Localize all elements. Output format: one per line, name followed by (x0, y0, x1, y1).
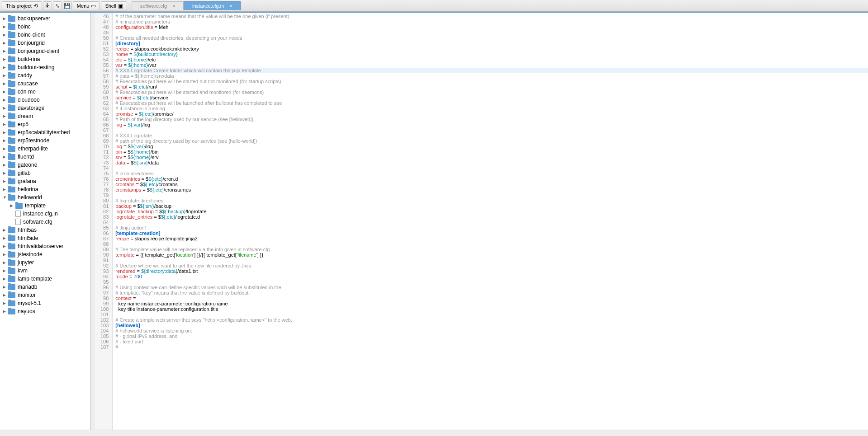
code-line[interactable]: etc = ${:home}/etc (115, 57, 868, 62)
folder-boinc[interactable]: ▶boinc (0, 23, 90, 31)
code-line[interactable]: var = ${:home}/var (115, 62, 868, 68)
code-line[interactable]: key title instance-parameter:configurati… (115, 306, 868, 312)
code-line[interactable]: # (115, 344, 868, 350)
code-line[interactable]: logrotate_backup = $${:backup}/logrotate (115, 209, 868, 214)
code-line[interactable]: template = {{ template_get['location'] }… (115, 252, 868, 258)
menu-button[interactable]: Menu ▭ (73, 1, 100, 10)
folder-etherpad-lite[interactable]: ▶etherpad-lite (0, 145, 90, 153)
folder-backupserver[interactable]: ▶backupserver (0, 14, 90, 23)
folder-htmlvalidatorserver[interactable]: ▶htmlvalidatorserver (0, 242, 90, 250)
code-line[interactable]: rendered = ${directory:data}/data1.txt (115, 268, 868, 274)
code-line[interactable]: service = ${:etc}/service (115, 95, 868, 100)
code-line[interactable]: # in instance parameters (115, 19, 868, 24)
code-line[interactable]: [helloweb] (115, 323, 868, 328)
code-line[interactable]: # - global IPv6 address, and (115, 333, 868, 339)
close-icon[interactable]: × (229, 4, 232, 9)
code-line[interactable]: bin = $${:home}/bin (115, 149, 868, 155)
folder-grafana[interactable]: ▶grafana (0, 177, 90, 185)
code-line[interactable]: # Create a simple web server that says "… (115, 317, 868, 323)
folder-caucase[interactable]: ▶caucase (0, 80, 90, 88)
shell-button[interactable]: Shell ▣ (101, 1, 127, 10)
code-line[interactable]: crontabs = $${:etc}/crontabs (115, 182, 868, 187)
code-line[interactable]: # XXX Logrotate (115, 133, 868, 138)
collapse-icon-button[interactable]: ⤡ (53, 1, 62, 10)
code-line[interactable]: # Executables put here will be started b… (115, 79, 868, 84)
tree-icon-button[interactable]: 🗄 (43, 1, 52, 10)
folder-hellorina[interactable]: ▶hellorina (0, 185, 90, 193)
folder-template[interactable]: ▶template (0, 202, 90, 210)
folder-boinc-client[interactable]: ▶boinc-client (0, 31, 90, 39)
code-line[interactable]: # logrotate directories (115, 198, 868, 203)
code-line[interactable]: # - fixed port (115, 339, 868, 344)
code-line[interactable]: key name instance-parameter:configuratio… (115, 301, 868, 306)
folder-davstorage[interactable]: ▶davstorage (0, 104, 90, 112)
folder-monitor[interactable]: ▶monitor (0, 291, 90, 299)
code-line[interactable]: data = $${:srv}/data (115, 160, 868, 165)
file-instance.cfg.in[interactable]: instance.cfg.in (0, 210, 90, 218)
code-line[interactable]: # of the parameter name means that the v… (115, 14, 868, 19)
folder-kvm[interactable]: ▶kvm (0, 267, 90, 275)
code-line[interactable]: # if instance is running (115, 106, 868, 111)
code-line[interactable]: promise = ${:etc}/promise/ (115, 111, 868, 117)
folder-html5as[interactable]: ▶html5as (0, 226, 90, 234)
folder-build-rina[interactable]: ▶build-rina (0, 55, 90, 63)
code-line[interactable]: recipe = slapos.recipe.template:jinja2 (115, 236, 868, 241)
code-line[interactable]: logrotate_entries = $${:etc}/logrotate.d (115, 214, 868, 220)
code-line[interactable] (115, 241, 868, 247)
close-icon[interactable]: × (172, 4, 175, 9)
code-line[interactable]: log = ${:var}/log (115, 122, 868, 127)
code-line[interactable]: backup = $${:srv}/backup (115, 203, 868, 209)
code-line[interactable]: # data = ${:home}/srv/data (115, 73, 868, 79)
save-icon-button[interactable]: 💾 (63, 1, 72, 10)
code-line[interactable]: cronstamps = $${:etc}/cronstamps (115, 187, 868, 192)
code-line[interactable]: [directory] (115, 41, 868, 46)
code-line[interactable]: srv = $${:home}/srv (115, 155, 868, 160)
code-line[interactable] (115, 258, 868, 263)
code-line[interactable]: # XXX Logrotate Create folder which will… (115, 68, 868, 73)
tab-software-cfg[interactable]: software.cfg× (132, 1, 184, 10)
folder-lamp-template[interactable]: ▶lamp-template (0, 275, 90, 283)
bottom-scrollbar[interactable] (0, 430, 868, 436)
code-line[interactable] (115, 165, 868, 171)
code-area[interactable]: # of the parameter name means that the v… (113, 13, 868, 430)
code-line[interactable] (115, 279, 868, 285)
folder-mariadb[interactable]: ▶mariadb (0, 283, 90, 291)
folder-bonjourgrid-client[interactable]: ▶bonjourgrid-client (0, 47, 90, 55)
code-line[interactable]: script = ${:etc}/run/ (115, 84, 868, 89)
code-line[interactable]: # path of the log directory used by our … (115, 138, 868, 144)
folder-erp5[interactable]: ▶erp5 (0, 120, 90, 128)
code-line[interactable]: # Declare where we want to get the new f… (115, 263, 868, 268)
folder-erp5testnode[interactable]: ▶erp5testnode (0, 136, 90, 145)
code-line[interactable]: configuration.title = Meh (115, 24, 868, 30)
code-line[interactable]: home = ${buildout:directory} (115, 52, 868, 57)
code-line[interactable]: # Using context we can define specific v… (115, 285, 868, 290)
code-line[interactable]: # cron directories (115, 171, 868, 176)
code-line[interactable]: context = (115, 295, 868, 301)
folder-jstestnode[interactable]: ▶jstestnode (0, 250, 90, 258)
code-line[interactable]: # Create all needed directories, dependi… (115, 35, 868, 41)
code-line[interactable]: # Executables put here will be started a… (115, 89, 868, 95)
code-line[interactable]: recipe = slapos.cookbook:mkdirectory (115, 46, 868, 52)
folder-cloudooo[interactable]: ▶cloudooo (0, 96, 90, 104)
code-line[interactable] (115, 192, 868, 198)
folder-cdn-me[interactable]: ▶cdn-me (0, 88, 90, 96)
folder-html5ide[interactable]: ▶html5ide (0, 234, 90, 242)
code-line[interactable] (115, 127, 868, 133)
code-line[interactable]: [template-creation] (115, 230, 868, 236)
code-line[interactable]: # The template value will be replaced vi… (115, 247, 868, 252)
folder-buildout-testing[interactable]: ▶buildout-testing (0, 63, 90, 71)
folder-jupyter[interactable]: ▶jupyter (0, 258, 90, 267)
folder-mysql-5.1[interactable]: ▶mysql-5.1 (0, 299, 90, 307)
folder-fluentd[interactable]: ▶fluentd (0, 153, 90, 161)
file-tree[interactable]: ▶backupserver▶boinc▶boinc-client▶bonjour… (0, 13, 90, 430)
tab-instance-cfg-in[interactable]: instance.cfg.in× (184, 1, 241, 10)
code-line[interactable] (115, 312, 868, 317)
code-line[interactable]: # helloworld service is listening on: (115, 328, 868, 333)
folder-gitlab[interactable]: ▶gitlab (0, 169, 90, 177)
code-line[interactable]: # template. "key" means that the value i… (115, 290, 868, 295)
code-line[interactable] (115, 30, 868, 35)
code-line[interactable]: # Path of the log directory used by our … (115, 117, 868, 122)
folder-bonjourgrid[interactable]: ▶bonjourgrid (0, 39, 90, 47)
code-line[interactable]: mode = 700 (115, 274, 868, 279)
folder-erp5scalabilitytestbed[interactable]: ▶erp5scalabilitytestbed (0, 128, 90, 136)
